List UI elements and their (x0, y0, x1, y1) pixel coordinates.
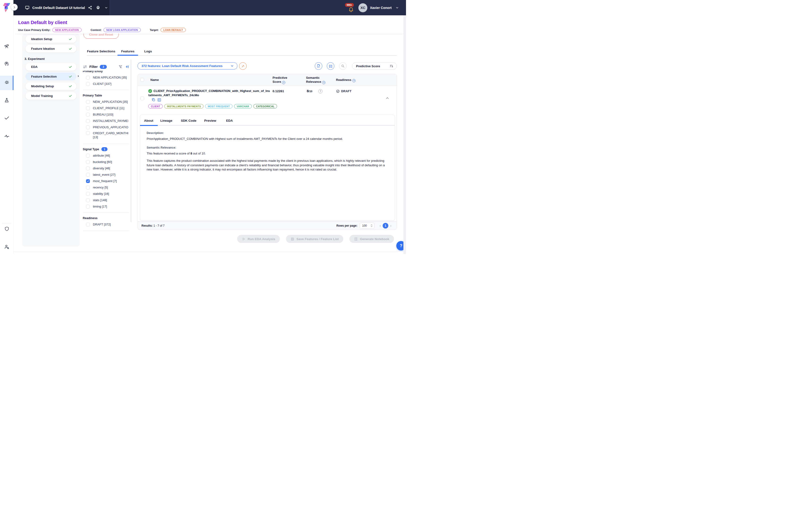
filter-option[interactable]: CLIENT [337] (83, 81, 129, 87)
filter-option[interactable]: BUREAU [103] (83, 111, 129, 118)
detail-tab-about[interactable]: About (144, 119, 153, 122)
detail-tab-preview[interactable]: Preview (204, 119, 216, 122)
step-ideation-setup[interactable]: Ideation Setup (26, 35, 76, 43)
step-expand-chevron-icon[interactable]: › (78, 74, 79, 78)
step-feature-ideation[interactable]: Feature Ideation (26, 45, 76, 53)
prev-page-button[interactable]: ‹ (378, 223, 382, 227)
filter-option[interactable]: timing [17] (83, 203, 129, 210)
generate-notebook-button[interactable]: Generate Notebook (349, 235, 394, 243)
flask-icon[interactable] (0, 95, 13, 105)
help-circle-icon[interactable]: ? (352, 79, 356, 82)
export-csv-button[interactable]: CSV (315, 62, 322, 70)
collapse-row-icon[interactable] (385, 96, 390, 101)
filter-scrollbar[interactable] (130, 59, 132, 222)
sort-by-dropdown[interactable]: Predictive Score (352, 62, 397, 70)
checkbox[interactable] (86, 167, 90, 170)
checkbox[interactable] (86, 192, 90, 196)
detail-tab-sdk-code[interactable]: SDK Code (181, 119, 196, 122)
feature-list-dropdown[interactable]: 372 features: Loan Default Risk Assessme… (137, 62, 237, 70)
filter-option[interactable]: NEW APPLICATION [35] (83, 74, 129, 81)
rows-per-page-select[interactable]: 100 (360, 223, 374, 229)
magic-wand-button[interactable] (239, 62, 246, 70)
lightbulb-icon[interactable] (0, 78, 13, 87)
checkbox[interactable] (86, 223, 90, 226)
clear-filters-icon[interactable] (118, 65, 123, 69)
step-model-training[interactable]: Model Training (26, 92, 76, 100)
checklist-icon (329, 64, 333, 68)
activity-icon[interactable] (0, 131, 13, 141)
checkbox[interactable] (86, 154, 90, 158)
user-menu-chevron-icon[interactable] (394, 5, 400, 11)
step-label: EDA (31, 65, 38, 69)
check-icon[interactable] (0, 113, 13, 123)
filter-option[interactable]: stability [16] (83, 190, 129, 197)
step-eda[interactable]: EDA (26, 63, 76, 71)
checkbox[interactable] (86, 82, 90, 86)
run-eda-analysis-button[interactable]: Run EDA Analysis (237, 235, 280, 243)
avatar[interactable]: XC (358, 3, 367, 12)
copy-icon[interactable] (151, 98, 155, 102)
filter-option[interactable]: recency [5] (83, 184, 129, 190)
filter-option[interactable]: attribute [46] (83, 152, 129, 159)
current-page[interactable]: 1 (382, 223, 388, 228)
step-feature-selection[interactable]: Feature Selection (26, 73, 76, 80)
checkbox[interactable] (86, 107, 90, 110)
checkbox[interactable] (86, 205, 90, 209)
checkbox[interactable] (86, 100, 90, 104)
next-page-button[interactable]: › (388, 223, 393, 227)
checkbox[interactable] (86, 113, 90, 117)
feature-id-icon[interactable]: ID (157, 98, 161, 102)
tab-logs[interactable]: Logs (144, 49, 152, 53)
checkbox[interactable] (86, 125, 90, 129)
save-features-button[interactable]: Save Features / Feature List (286, 235, 343, 243)
collapse-filter-icon[interactable] (125, 65, 129, 69)
checkbox[interactable] (86, 76, 90, 80)
chevron-down-icon[interactable] (103, 5, 109, 11)
checkbox[interactable] (86, 119, 90, 123)
help-circle-icon[interactable]: ? (282, 81, 285, 84)
share-icon[interactable] (87, 5, 93, 11)
telescope-icon[interactable] (0, 41, 13, 51)
feature-row[interactable]: CLIENT_PriorApplication_PRODUCT_COMBINAT… (138, 86, 397, 113)
filter-option[interactable]: stats [148] (83, 197, 129, 203)
filter-option[interactable]: CREDIT_CARD_MONTHLY_B [13] (83, 130, 129, 141)
filter-option[interactable]: PREVIOUS_APPLICATION [6 (83, 124, 129, 130)
row-checkbox[interactable] (140, 96, 144, 100)
window-scrollbar[interactable] (403, 15, 406, 254)
search-button[interactable] (339, 62, 347, 70)
tab-features[interactable]: Features (121, 49, 134, 53)
filter-option[interactable]: latest_event [27] (83, 171, 129, 178)
filter-option[interactable]: CLIENT_PROFILE [11] (83, 105, 129, 111)
filter-option[interactable]: DRAFT [372] (83, 221, 129, 227)
clone-and-reset-button[interactable]: Clone and Reset (84, 34, 119, 39)
shield-icon[interactable] (0, 224, 13, 234)
detail-tab-active-indicator (140, 125, 158, 126)
gear-icon[interactable] (95, 5, 101, 11)
tab-feature-selections[interactable]: Feature Selections (87, 49, 115, 53)
checkbox-checked[interactable] (86, 179, 90, 183)
filter-option[interactable]: NEW_APPLICATION [35] (83, 98, 129, 105)
semantic-help-icon[interactable]: ? (318, 89, 322, 93)
detail-tab-lineage[interactable]: Lineage (160, 119, 172, 122)
rows-per-page-label: Rows per page: (336, 224, 357, 227)
checkbox[interactable] (86, 185, 90, 189)
checkbox[interactable] (86, 173, 90, 177)
notifications-bell[interactable]: 999+ (346, 3, 356, 13)
ideation-head-icon[interactable] (0, 59, 13, 69)
help-circle-icon[interactable]: ? (322, 81, 325, 84)
select-all-checkbox[interactable] (140, 78, 144, 82)
user-search-icon[interactable] (0, 242, 13, 251)
checkbox[interactable] (86, 131, 90, 135)
feature-name[interactable]: CLIENT_PriorApplication_PRODUCT_COMBINAT… (148, 89, 271, 97)
step-modeling-setup[interactable]: Modeling Setup (26, 82, 76, 90)
select-columns-button[interactable] (327, 62, 334, 70)
filter-option[interactable]: bucketing [60] (83, 159, 129, 165)
content-card-bottom-edge (13, 251, 406, 252)
filter-option[interactable]: INSTALLMENTS_PAYMENTS (83, 118, 129, 124)
filter-option-most-frequent[interactable]: most_frequent [7] (83, 178, 129, 184)
detail-tab-eda[interactable]: EDA (226, 119, 233, 122)
checkbox[interactable] (86, 160, 90, 164)
checkbox[interactable] (86, 198, 90, 202)
sidebar-expand-button[interactable] (11, 4, 18, 11)
filter-option[interactable]: diversity [46] (83, 165, 129, 171)
